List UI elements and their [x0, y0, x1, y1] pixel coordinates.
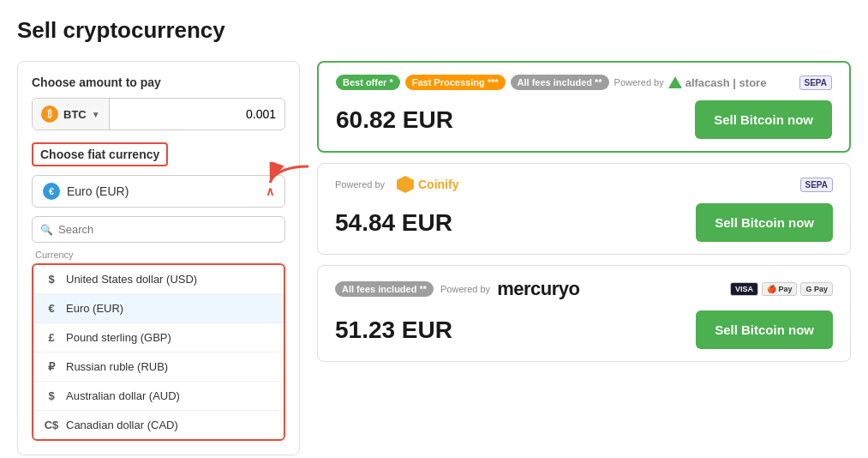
mercuryo-logo: mercuryo — [497, 278, 579, 300]
gbp-label: Pound sterling (GBP) — [66, 331, 171, 344]
cad-label: Canadian dollar (CAD) — [66, 419, 178, 431]
currency-item-aud[interactable]: $ Australian dollar (AUD) — [33, 382, 284, 411]
mercuryo-price: 51.23 EUR — [335, 316, 452, 344]
offer-card-coinify: Powered by Coinify SEPA 54.84 EUR Sell B… — [317, 163, 851, 255]
fiat-label: Choose fiat currency — [40, 148, 159, 161]
currency-col-header: Currency — [32, 248, 285, 263]
mercuryo-offer-body: 51.23 EUR Sell Bitcoin now — [335, 310, 833, 349]
cad-symbol: C$ — [44, 419, 59, 431]
sepa-badge-2: SEPA — [800, 178, 834, 192]
page-title: Sell cryptocurrency — [17, 17, 851, 44]
coinify-price: 54.84 EUR — [335, 209, 452, 237]
google-pay-icon: G Pay — [800, 282, 833, 296]
badge-fast-processing: Fast Processing *** — [405, 75, 506, 90]
crypto-selector[interactable]: ₿ BTC ▼ — [33, 99, 110, 130]
offer-header-alfacash: Best offer * Fast Processing *** All fee… — [336, 75, 832, 90]
currency-list: $ United States dollar (USD) € Euro (EUR… — [32, 263, 285, 441]
badge-fees-included: All fees included ** — [511, 75, 609, 90]
coinify-powered-by: Powered by Coinify — [335, 176, 458, 193]
alfacash-triangle-icon — [668, 76, 682, 88]
visa-icon: VISA — [730, 282, 758, 296]
main-layout: Choose amount to pay ₿ BTC ▼ Choose fiat… — [17, 61, 851, 455]
mercuryo-header: All fees included ** Powered by mercuryo… — [335, 278, 833, 300]
mercuryo-powered-by: Powered by — [440, 284, 490, 294]
currency-search-input[interactable] — [32, 216, 285, 243]
coinify-hex-icon — [397, 176, 414, 193]
coinify-offer-body: 54.84 EUR Sell Bitcoin now — [335, 203, 833, 242]
alfacash-price: 60.82 EUR — [336, 106, 453, 134]
amount-input[interactable] — [110, 100, 284, 128]
sell-bitcoin-btn-alfacash[interactable]: Sell Bitcoin now — [695, 100, 832, 139]
euro-icon: € — [43, 183, 60, 200]
eur-symbol: € — [44, 302, 59, 315]
right-panel: Best offer * Fast Processing *** All fee… — [317, 61, 851, 362]
aud-symbol: $ — [44, 389, 59, 402]
currency-item-gbp[interactable]: £ Pound sterling (GBP) — [33, 323, 284, 353]
sell-bitcoin-btn-mercuryo[interactable]: Sell Bitcoin now — [696, 310, 833, 349]
badge-best-offer: Best offer * — [336, 75, 400, 90]
currency-item-usd[interactable]: $ United States dollar (USD) — [33, 265, 284, 294]
coinify-header: Powered by Coinify SEPA — [335, 176, 833, 193]
rub-symbol: ₽ — [44, 360, 59, 373]
aud-label: Australian dollar (AUD) — [66, 389, 180, 402]
btc-icon: ₿ — [41, 105, 58, 123]
usd-label: United States dollar (USD) — [66, 273, 197, 286]
currency-item-cad[interactable]: C$ Canadian dollar (CAD) — [33, 411, 284, 439]
crypto-symbol: BTC — [63, 108, 87, 121]
currency-dropdown[interactable]: € Euro (EUR) ∧ — [32, 175, 285, 208]
left-panel: Choose amount to pay ₿ BTC ▼ Choose fiat… — [17, 61, 300, 455]
amount-label: Choose amount to pay — [32, 75, 285, 89]
chevron-down-icon: ▼ — [92, 110, 100, 119]
search-icon: 🔍 — [40, 224, 53, 236]
currency-item-rub[interactable]: ₽ Russian ruble (RUB) — [33, 353, 284, 382]
selected-currency-name: Euro (EUR) — [67, 184, 129, 198]
currency-item-eur[interactable]: € Euro (EUR) — [33, 294, 284, 323]
big-arrow — [266, 162, 313, 186]
fiat-label-box: Choose fiat currency — [32, 142, 168, 166]
sell-bitcoin-btn-coinify[interactable]: Sell Bitcoin now — [696, 203, 833, 242]
alfacash-powered-by: Powered by alfacash | store — [614, 76, 767, 89]
alfacash-offer-body: 60.82 EUR Sell Bitcoin now — [336, 100, 832, 139]
mercuryo-fees-badge: All fees included ** — [335, 281, 434, 297]
offer-card-mercuryo: All fees included ** Powered by mercuryo… — [317, 265, 851, 362]
apple-pay-icon: 🍎 Pay — [762, 282, 798, 296]
alfacash-logo: alfacash | store — [668, 76, 767, 89]
sepa-badge-1: SEPA — [799, 75, 833, 90]
offer-card-alfacash: Best offer * Fast Processing *** All fee… — [317, 61, 851, 153]
alfacash-badges: Best offer * Fast Processing *** All fee… — [336, 75, 766, 90]
amount-row: ₿ BTC ▼ — [32, 98, 285, 130]
gbp-symbol: £ — [44, 331, 59, 344]
coinify-logo-text: Coinify — [418, 178, 458, 191]
rub-label: Russian ruble (RUB) — [66, 360, 168, 373]
eur-label: Euro (EUR) — [66, 302, 123, 315]
chevron-up-icon: ∧ — [266, 184, 274, 198]
mercuryo-payment-icons: VISA 🍎 Pay G Pay — [730, 282, 833, 296]
search-box: 🔍 — [32, 216, 285, 243]
usd-symbol: $ — [44, 273, 59, 286]
